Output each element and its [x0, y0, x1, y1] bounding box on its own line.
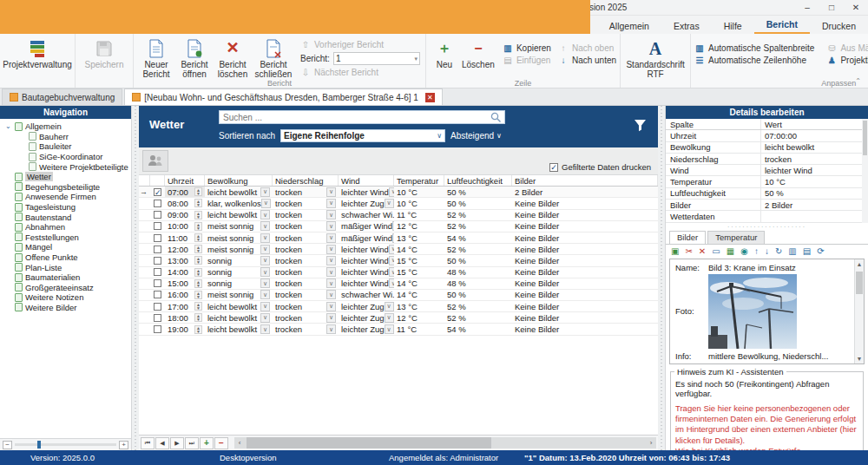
luftfeuchtigkeit-cell[interactable]: 48 % [444, 278, 512, 289]
zoom-out-button[interactable]: − [3, 441, 12, 449]
table-row[interactable]: 12:00▲▼meist sonnig∨trocken∨leichter Win… [139, 244, 658, 255]
bilder-cell[interactable]: Keine Bilder [512, 244, 658, 254]
row-checkbox[interactable] [150, 324, 165, 334]
table-row[interactable]: 13:00▲▼sonnig∨trocken∨leichter Wind∨15 °… [139, 255, 658, 266]
wind-cell[interactable]: leichter Wind∨ [339, 244, 394, 254]
bilder-cell[interactable]: Keine Bilder [512, 198, 658, 208]
row-checkbox[interactable] [150, 221, 165, 232]
bewoelkung-cell[interactable]: sonnig∨ [205, 278, 273, 289]
sort-direction[interactable]: Absteigend ∨ [450, 131, 502, 141]
wind-cell[interactable]: leichter Wind∨ [339, 187, 394, 197]
niederschlag-cell[interactable]: trocken∨ [273, 244, 339, 254]
row-checkbox[interactable] [150, 290, 165, 300]
bilder-cell[interactable]: Keine Bilder [512, 278, 658, 289]
spinner-icon[interactable]: ▲▼ [194, 233, 202, 242]
bewoelkung-cell[interactable]: leicht bewölkt∨ [205, 301, 273, 311]
persons-button[interactable] [142, 150, 168, 172]
search-box[interactable] [219, 110, 505, 124]
bericht-number-combo[interactable]: Bericht: 1▾ [300, 52, 420, 65]
details-value[interactable]: leichter Wind [761, 166, 862, 175]
ribbon-tab-extras[interactable]: Extras [661, 18, 712, 34]
uhrzeit-cell[interactable]: 16:00▲▼ [165, 290, 205, 300]
wind-cell[interactable]: leichter Wind∨ [339, 255, 394, 265]
niederschlag-cell[interactable]: trocken∨ [273, 278, 339, 289]
details-row-uhrzeit[interactable]: Uhrzeit07:00:00 [666, 130, 862, 141]
wind-cell[interactable]: schwacher Wi...∨ [339, 210, 394, 220]
bericht-loeschen-button[interactable]: ✕ Bericht löschen [214, 36, 252, 79]
niederschlag-cell[interactable]: trocken∨ [273, 255, 339, 265]
sidebar-item-feststellungen[interactable]: Feststellungen [0, 232, 131, 243]
sidebar-item-sige-koordinator[interactable]: SiGe-Koordinator [0, 152, 131, 162]
details-row-luftfeuchtigkeit[interactable]: Luftfeuchtigkeit50 % [666, 188, 862, 200]
luftfeuchtigkeit-cell[interactable]: 50 % [444, 198, 512, 208]
chevron-down-icon[interactable]: ∨ [261, 199, 271, 208]
speichern-button[interactable]: Speichern [79, 36, 129, 69]
neuer-bericht-button[interactable]: Neuer Bericht [137, 36, 175, 79]
table-row[interactable]: 15:00▲▼sonnig∨trocken∨leichter Wind∨14 °… [139, 278, 658, 290]
chevron-down-icon[interactable]: ∨ [326, 199, 336, 208]
chevron-down-icon[interactable]: ∨ [326, 187, 336, 197]
uhrzeit-cell[interactable]: 09:00▲▼ [165, 210, 205, 220]
standardschrift-button[interactable]: A Standardschrift RTF [624, 36, 687, 79]
document-tab[interactable]: [Neubau Wohn- und Geschäftshaus Dresden,… [124, 88, 443, 105]
uhrzeit-cell[interactable]: 11:00▲▼ [165, 232, 205, 243]
wind-cell[interactable]: leichter Wind∨ [339, 267, 394, 278]
table-row[interactable]: 16:00▲▼meist sonnig∨trocken∨schwacher Wi… [139, 290, 658, 301]
spinner-icon[interactable]: ▲▼ [194, 291, 202, 299]
chevron-down-icon[interactable]: ∨ [385, 199, 394, 208]
temperatur-cell[interactable]: 10 °C [394, 187, 444, 197]
spinner-icon[interactable]: ▲▼ [194, 211, 202, 219]
chevron-down-icon[interactable]: ∨ [385, 302, 394, 311]
bilder-cell[interactable]: Keine Bilder [512, 324, 658, 334]
chevron-down-icon[interactable]: ∨ [260, 256, 270, 265]
bewoelkung-cell[interactable]: sonnig∨ [205, 267, 273, 278]
uhrzeit-cell[interactable]: 08:00▲▼ [165, 198, 205, 208]
sidebar-item-weitere-bilder[interactable]: Weitere Bilder [0, 303, 131, 313]
niederschlag-cell[interactable]: trocken∨ [273, 187, 339, 197]
chevron-down-icon[interactable]: ∨ [260, 233, 270, 243]
spinner-icon[interactable]: ▲▼ [194, 279, 202, 288]
media-tab-temperatur[interactable]: Temperatur [707, 231, 765, 244]
temperatur-cell[interactable]: 14 °C [394, 278, 444, 289]
row-checkbox[interactable]: ✓ [150, 187, 165, 197]
temperatur-cell[interactable]: 12 °C [394, 312, 444, 323]
scroll-down-icon[interactable]: ▼ [855, 354, 864, 363]
niederschlag-cell[interactable]: trocken∨ [273, 290, 339, 300]
spinner-icon[interactable]: ▲▼ [194, 256, 202, 265]
luftfeuchtigkeit-cell[interactable]: 52 % [444, 244, 512, 254]
luftfeuchtigkeit-cell[interactable]: 48 % [444, 267, 512, 278]
details-value[interactable]: trocken [761, 154, 862, 164]
einfuegen-button[interactable]: ▤ Einfügen [503, 56, 551, 65]
bewoelkung-cell[interactable]: meist sonnig∨ [205, 290, 273, 300]
chevron-down-icon[interactable]: ∨ [326, 278, 336, 288]
bilder-cell[interactable]: Keine Bilder [512, 221, 658, 232]
uhrzeit-cell[interactable]: 19:00▲▼ [165, 324, 205, 334]
scroll-left-icon[interactable]: ‹ [234, 437, 245, 449]
sidebar-item-bautenstand[interactable]: Bautenstand [0, 212, 131, 222]
close-button[interactable]: ✕ [844, 0, 868, 15]
spinner-icon[interactable]: ▲▼ [194, 313, 202, 322]
minimize-button[interactable]: – [795, 0, 819, 15]
wind-cell[interactable]: leichter Zug∨ [339, 301, 394, 311]
chevron-down-icon[interactable]: ∨ [326, 290, 336, 299]
table-row[interactable]: 14:00▲▼sonnig∨trocken∨leichter Wind∨15 °… [139, 267, 658, 278]
bewoelkung-cell[interactable]: sonnig∨ [205, 255, 273, 265]
bilder-cell[interactable]: Keine Bilder [512, 290, 658, 300]
zeile-neu-button[interactable]: ＋ Neu [430, 36, 459, 69]
niederschlag-cell[interactable]: trocken∨ [273, 301, 339, 311]
details-value[interactable]: 2 Bilder [761, 200, 862, 210]
details-value[interactable]: 07:00:00 [761, 131, 862, 141]
row-checkbox[interactable] [150, 301, 165, 311]
details-row-wetterdaten[interactable]: Wetterdaten [666, 211, 862, 222]
ribbon-tab-bericht[interactable]: Bericht [754, 16, 810, 34]
image-scrollbar-thumb[interactable] [856, 272, 863, 294]
spinner-icon[interactable]: ▲▼ [194, 268, 202, 277]
copy-image-icon[interactable]: ▥ [788, 247, 796, 256]
chevron-down-icon[interactable]: ∨ [260, 278, 270, 288]
chevron-down-icon[interactable]: ∨ [260, 210, 270, 219]
details-row-wind[interactable]: Windleichter Wind [666, 165, 862, 176]
spinner-icon[interactable]: ▲▼ [194, 325, 202, 334]
spinner-icon[interactable]: ▲▼ [194, 245, 202, 253]
column-header-niederschlag[interactable]: Niederschlag [273, 175, 339, 186]
details-scrollbar-thumb[interactable] [863, 121, 867, 155]
